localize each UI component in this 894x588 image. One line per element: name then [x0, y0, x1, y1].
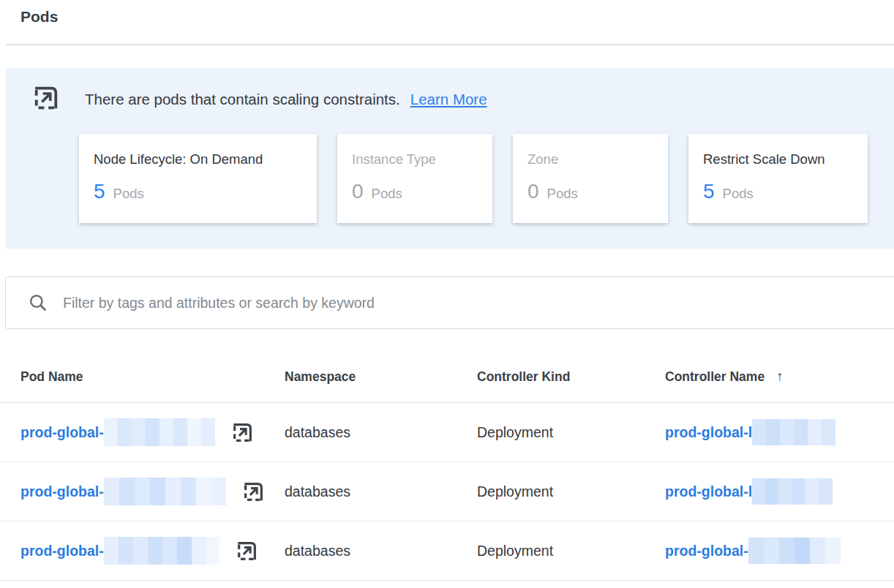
table-row: prod-global- databases Deployment prod-g… [0, 462, 894, 521]
column-header-namespace[interactable]: Namespace [285, 369, 477, 385]
card-unit: Pods [113, 186, 144, 202]
sort-ascending-icon: ↑ [776, 369, 784, 385]
filter-search-box [5, 276, 894, 329]
pod-name-link[interactable]: prod-global- [20, 483, 104, 500]
scaling-constraints-banner: There are pods that contain scaling cons… [6, 68, 894, 249]
column-header-controller-kind[interactable]: Controller Kind [477, 369, 665, 385]
namespace-cell: databases [285, 424, 477, 441]
controller-kind-cell: Deployment [477, 543, 665, 559]
card-node-lifecycle[interactable]: Node Lifecycle: On Demand 5 Pods [79, 134, 317, 223]
page-title: Pods [0, 0, 894, 26]
column-header-pod-name[interactable]: Pod Name [0, 369, 285, 385]
card-count: 0 [527, 180, 539, 203]
redacted-pod-name [104, 537, 219, 565]
redacted-pod-name [104, 418, 215, 446]
card-title: Restrict Scale Down [703, 151, 853, 167]
table-row: prod-global- databases Deployment prod-g… [0, 403, 894, 462]
redacted-controller-name [752, 478, 833, 505]
redacted-pod-name [104, 478, 226, 505]
scale-up-icon[interactable] [236, 540, 258, 562]
card-count: 0 [352, 180, 364, 203]
column-header-controller-name[interactable]: Controller Name ↑ [665, 369, 894, 385]
card-unit: Pods [547, 186, 578, 202]
card-restrict-scale-down[interactable]: Restrict Scale Down 5 Pods [688, 134, 868, 223]
card-title: Instance Type [352, 151, 478, 167]
pod-name-link[interactable]: prod-global- [20, 424, 104, 441]
card-instance-type[interactable]: Instance Type 0 Pods [337, 134, 492, 223]
pod-name-link[interactable]: prod-global- [20, 543, 104, 559]
card-unit: Pods [372, 186, 402, 202]
table-header-row: Pod Name Namespace Controller Kind Contr… [0, 369, 894, 403]
scale-up-icon [32, 84, 60, 115]
card-unit: Pods [723, 186, 754, 202]
card-count: 5 [94, 180, 105, 203]
scale-up-icon[interactable] [231, 421, 254, 444]
redacted-controller-name [748, 538, 841, 564]
filter-search-input[interactable] [61, 294, 894, 312]
title-divider [6, 44, 894, 45]
card-title: Zone [527, 151, 653, 167]
controller-name-link[interactable]: prod-global- [665, 543, 748, 559]
controller-name-link[interactable]: prod-global-l [665, 483, 752, 500]
banner-message: There are pods that contain scaling cons… [85, 91, 400, 108]
controller-kind-cell: Deployment [477, 483, 665, 500]
column-header-label: Controller Name [665, 369, 765, 385]
table-row: prod-global- databases Deployment prod-g… [0, 521, 894, 581]
namespace-cell: databases [285, 543, 477, 559]
search-icon [28, 293, 48, 313]
scale-up-icon[interactable] [242, 480, 265, 503]
constraint-cards: Node Lifecycle: On Demand 5 Pods Instanc… [79, 134, 894, 223]
card-count: 5 [703, 180, 715, 203]
card-zone[interactable]: Zone 0 Pods [513, 134, 668, 223]
controller-name-link[interactable]: prod-global-l [665, 424, 752, 441]
learn-more-link[interactable]: Learn More [410, 91, 487, 108]
controller-kind-cell: Deployment [477, 424, 665, 441]
redacted-controller-name [752, 419, 835, 445]
namespace-cell: databases [285, 483, 477, 500]
pods-table: Pod Name Namespace Controller Kind Contr… [0, 369, 894, 581]
card-title: Node Lifecycle: On Demand [94, 151, 302, 167]
